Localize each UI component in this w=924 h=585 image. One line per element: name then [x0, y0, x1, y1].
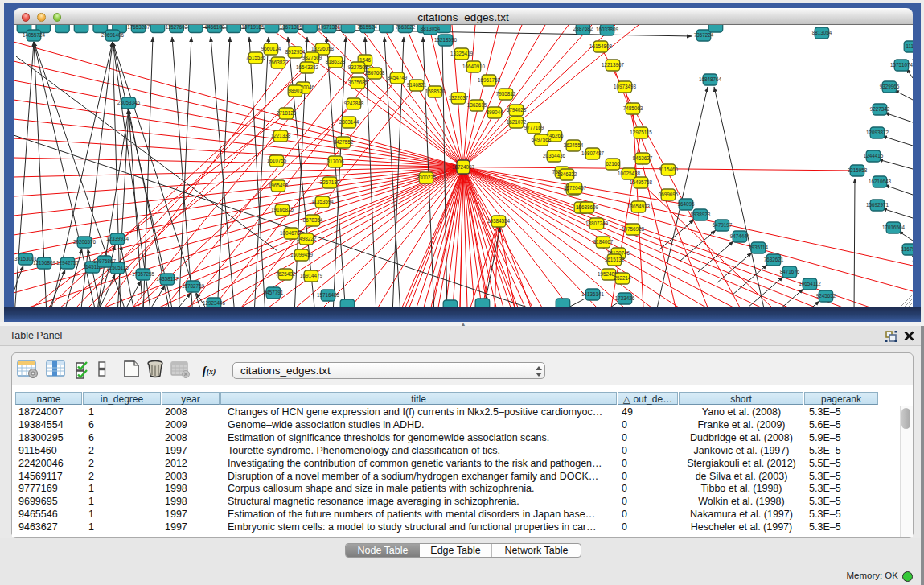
- svg-text:10719185: 10719185: [241, 25, 265, 30]
- svg-text:8463627: 8463627: [633, 155, 653, 161]
- svg-text:16210643: 16210643: [869, 179, 892, 184]
- svg-text:2300275: 2300275: [417, 175, 437, 180]
- svg-text:10756928: 10756928: [622, 226, 645, 232]
- svg-text:3675685: 3675685: [348, 80, 368, 85]
- svg-text:7515524: 7515524: [357, 25, 377, 30]
- svg-text:18724007: 18724007: [452, 164, 475, 170]
- svg-text:2718120: 2718120: [277, 110, 297, 116]
- svg-text:11353594: 11353594: [311, 199, 334, 204]
- svg-text:15716485: 15716485: [317, 292, 340, 298]
- svg-text:7663822: 7663822: [269, 60, 289, 65]
- svg-text:2887682: 2887682: [573, 26, 593, 31]
- svg-text:19166825: 19166825: [271, 207, 294, 212]
- svg-text:14136141: 14136141: [581, 291, 605, 297]
- svg-text:7515526: 7515526: [246, 55, 266, 60]
- svg-text:8427552: 8427552: [334, 139, 354, 145]
- svg-text:1846322: 1846322: [557, 171, 577, 177]
- svg-text:13226058: 13226058: [311, 46, 335, 51]
- svg-text:16033809: 16033809: [596, 27, 619, 32]
- svg-text:12093872: 12093872: [866, 130, 889, 135]
- svg-text:15751074: 15751074: [890, 62, 913, 68]
- svg-text:1221338: 1221338: [271, 133, 291, 138]
- svg-text:9329966: 9329966: [880, 84, 900, 89]
- svg-text:8912954: 8912954: [285, 49, 306, 55]
- svg-text:20364436: 20364436: [543, 153, 566, 159]
- svg-text:15692971: 15692971: [866, 202, 889, 208]
- svg-text:9115460: 9115460: [659, 167, 679, 172]
- svg-text:3624554: 3624554: [564, 142, 584, 148]
- svg-text:6479197: 6479197: [713, 222, 733, 228]
- svg-text:16914479: 16914479: [300, 273, 323, 278]
- svg-text:9777169: 9777169: [524, 125, 544, 130]
- svg-text:19384554: 19384554: [487, 218, 511, 224]
- svg-text:12213967: 12213967: [602, 62, 625, 68]
- svg-text:11527602: 11527602: [166, 25, 188, 30]
- svg-text:6794028: 6794028: [507, 107, 527, 113]
- svg-text:1615132: 1615132: [605, 257, 625, 262]
- svg-text:6497568: 6497568: [532, 137, 552, 142]
- svg-text:9327508: 9327508: [348, 64, 368, 70]
- svg-text:9184067: 9184067: [593, 239, 614, 245]
- svg-text:2803144: 2803144: [339, 119, 359, 125]
- svg-text:7485063: 7485063: [623, 105, 643, 111]
- svg-text:9457791: 9457791: [264, 290, 284, 295]
- svg-text:16961758: 16961758: [478, 77, 501, 83]
- svg-text:10975867: 10975867: [93, 258, 117, 264]
- svg-text:9474444: 9474444: [730, 233, 750, 239]
- svg-text:12923446: 12923446: [203, 300, 226, 306]
- svg-text:9146821: 9146821: [407, 82, 427, 88]
- svg-text:3215958: 3215958: [848, 167, 868, 173]
- svg-text:7663822: 7663822: [396, 25, 416, 30]
- svg-text:10025438: 10025438: [618, 171, 641, 176]
- svg-text:0699695: 0699695: [659, 192, 679, 197]
- svg-text:1244415: 1244415: [864, 153, 884, 159]
- svg-text:20691406: 20691406: [101, 32, 125, 38]
- svg-text:1965498: 1965498: [269, 183, 289, 188]
- svg-text:16543382: 16543382: [296, 64, 319, 70]
- svg-text:164095: 164095: [677, 201, 695, 207]
- svg-text:10973493: 10973493: [614, 84, 637, 89]
- svg-text:15495758: 15495758: [630, 179, 653, 185]
- svg-text:1621072: 1621072: [507, 119, 527, 125]
- svg-text:13218596: 13218596: [434, 37, 458, 43]
- svg-text:16640910: 16640910: [462, 64, 486, 69]
- svg-text:7955812: 7955812: [496, 91, 516, 97]
- svg-text:16848764: 16848764: [699, 76, 722, 82]
- svg-text:1733426: 1733426: [615, 295, 635, 301]
- svg-text:1362615: 1362615: [467, 102, 487, 108]
- svg-text:2867608: 2867608: [365, 70, 385, 76]
- svg-text:10688609: 10688609: [576, 204, 599, 210]
- svg-text:14358117: 14358117: [156, 276, 179, 282]
- svg-text:16099459: 16099459: [290, 252, 314, 257]
- svg-text:9227342: 9227342: [870, 106, 890, 112]
- svg-text:17357255: 17357255: [132, 271, 155, 277]
- svg-text:2935114: 2935114: [749, 245, 769, 250]
- svg-text:9327509: 9327509: [302, 55, 322, 60]
- svg-text:252214: 252214: [614, 275, 631, 281]
- svg-text:7625402: 7625402: [276, 271, 296, 277]
- svg-text:12339934: 12339934: [106, 236, 129, 241]
- svg-text:9660124: 9660124: [261, 46, 281, 51]
- svg-text:8471676: 8471676: [780, 269, 800, 274]
- svg-text:17653287: 17653287: [127, 25, 150, 30]
- svg-text:14055724: 14055724: [23, 32, 46, 38]
- svg-text:6466100: 6466100: [205, 25, 225, 30]
- svg-text:8813054: 8813054: [421, 26, 441, 31]
- svg-text:1322037: 1322037: [449, 95, 469, 101]
- svg-text:7632621: 7632621: [764, 257, 784, 262]
- svg-text:7357224: 7357224: [694, 32, 714, 38]
- svg-text:1588520: 1588520: [425, 89, 446, 94]
- svg-text:1498222: 1498222: [297, 236, 317, 241]
- svg-text:13654923: 13654923: [627, 204, 651, 209]
- svg-text:10807487: 10807487: [581, 150, 605, 156]
- svg-text:8813054: 8813054: [812, 30, 832, 35]
- svg-text:8938923: 8938923: [691, 212, 711, 217]
- svg-text:12942757: 12942757: [56, 260, 80, 266]
- svg-text:10671385: 10671385: [280, 25, 303, 30]
- svg-text:9242848: 9242848: [344, 101, 364, 106]
- svg-text:8454749: 8454749: [388, 75, 408, 80]
- svg-text:15720407: 15720407: [564, 185, 587, 191]
- svg-text:116753: 116753: [901, 246, 913, 252]
- svg-text:1610755: 1610755: [267, 158, 287, 163]
- svg-text:28053346: 28053346: [117, 100, 141, 105]
